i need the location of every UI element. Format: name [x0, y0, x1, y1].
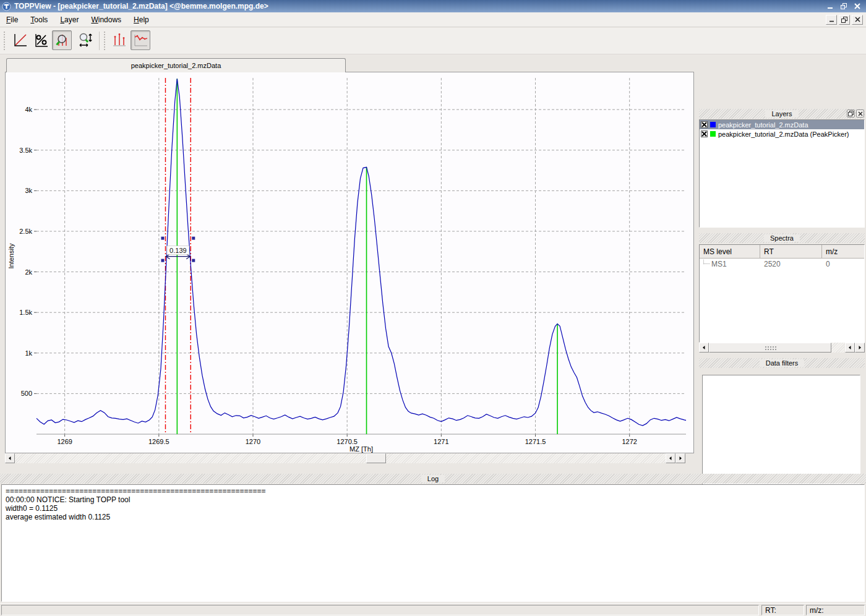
- dock-panels: Layers peakpicker_tutorial_2.mzData: [698, 109, 866, 528]
- layer-visibility-checkbox[interactable]: [701, 121, 708, 128]
- layer-visibility-checkbox[interactable]: [701, 130, 708, 137]
- thumb-grip-dots: [765, 346, 777, 351]
- check-x-icon: [701, 131, 707, 137]
- plot-hscrollbar[interactable]: [5, 453, 694, 463]
- menu-item-file[interactable]: File: [0, 14, 24, 26]
- svg-text:1270.5: 1270.5: [337, 438, 358, 445]
- close-icon: [854, 3, 860, 9]
- layer-label: peakpicker_tutorial_2.mzData (PeakPicker…: [718, 130, 849, 138]
- tab-label: peakpicker_tutorial_2.mzData: [131, 62, 221, 69]
- scroll-left-button-2[interactable]: [845, 343, 855, 353]
- scrollbar-thumb[interactable]: [709, 343, 831, 353]
- mdi-restore-button[interactable]: [839, 15, 850, 25]
- spectra-table: MS level RT m/z MS1 2520 0: [699, 244, 865, 343]
- menu-item-tools[interactable]: Tools: [24, 14, 54, 26]
- log-line: average estimated width 0.1125: [6, 513, 860, 521]
- spectrum-plot[interactable]: 12691269.512701270.512711271.512725001k1…: [6, 72, 693, 453]
- scroll-right-button[interactable]: [855, 343, 865, 353]
- svg-text:2k: 2k: [25, 268, 32, 276]
- menu-item-help[interactable]: Help: [127, 14, 155, 26]
- spectra-mz: 0: [822, 260, 864, 268]
- layer-row-peakpicker[interactable]: peakpicker_tutorial_2.mzData (PeakPicker…: [700, 129, 864, 139]
- svg-text:1k: 1k: [25, 349, 32, 357]
- show-raw-data-button[interactable]: [131, 30, 150, 50]
- magnifier-over-peaks-icon: [54, 32, 70, 48]
- window-restore-button[interactable]: [839, 2, 849, 11]
- peak-sticks-icon: [111, 32, 127, 48]
- spectrum-plot-frame: 12691269.512701270.512711271.512725001k1…: [5, 72, 694, 453]
- layer-row-raw[interactable]: peakpicker_tutorial_2.mzData: [700, 120, 864, 129]
- restore-icon: [841, 17, 847, 23]
- spectra-rt: 2520: [760, 260, 822, 268]
- window-titlebar[interactable]: TOPPView - [peakpicker_tutorial_2.mzData…: [0, 0, 866, 12]
- svg-text:0.139: 0.139: [169, 247, 187, 254]
- layers-close-button[interactable]: [856, 109, 864, 118]
- toolbar-drag-handle[interactable]: [3, 32, 6, 50]
- reset-zoom-button[interactable]: [10, 30, 30, 50]
- spectra-ms-level: MS1: [711, 260, 727, 268]
- layers-panel-title: Layers: [765, 110, 798, 118]
- scroll-right-button[interactable]: [675, 453, 685, 463]
- scroll-left-button-2[interactable]: [666, 453, 675, 463]
- spectra-hscrollbar[interactable]: [699, 343, 865, 353]
- svg-text:1271: 1271: [434, 438, 448, 445]
- scrollbar-track[interactable]: [15, 453, 666, 463]
- scroll-left-button[interactable]: [699, 343, 709, 353]
- window-close-button[interactable]: [852, 2, 862, 11]
- layers-float-button[interactable]: [847, 109, 855, 118]
- svg-text:500: 500: [21, 390, 32, 397]
- data-filters-panel-titlebar[interactable]: Data filters: [699, 358, 865, 368]
- status-mz-pane: m/z: 1270.940602: [806, 605, 865, 615]
- arrow-left-icon: [847, 345, 852, 350]
- statusbar: RT: m/z: 1270.940602: [0, 603, 866, 616]
- spectra-table-header: MS level RT m/z: [700, 245, 864, 259]
- raw-line-icon: [132, 32, 148, 48]
- minimize-icon: [829, 17, 834, 22]
- mdi-close-button[interactable]: [852, 15, 863, 25]
- show-peaks-button[interactable]: [109, 30, 129, 50]
- scrollbar-thumb[interactable]: [366, 453, 386, 463]
- spectra-panel-title: Spectra: [764, 234, 800, 242]
- svg-text:1269: 1269: [57, 438, 72, 445]
- zoom-mode-button[interactable]: [52, 30, 72, 50]
- layers-panel-titlebar[interactable]: Layers: [699, 109, 865, 119]
- mdi-minimize-button[interactable]: [826, 15, 837, 25]
- axes-diagonal-icon: [12, 32, 28, 48]
- svg-text:MZ [Th]: MZ [Th]: [349, 445, 373, 453]
- float-icon: [848, 111, 854, 116]
- toolbar: [0, 28, 866, 54]
- log-line: ========================================…: [6, 487, 860, 495]
- arrow-right-icon: [678, 456, 683, 461]
- log-line: width0 = 0.1125: [6, 504, 860, 513]
- menu-item-windows[interactable]: Windows: [85, 14, 127, 26]
- translate-mode-button[interactable]: [75, 30, 95, 50]
- column-header-mz[interactable]: m/z: [822, 245, 864, 259]
- svg-text:2.5k: 2.5k: [19, 228, 32, 235]
- spectra-panel-titlebar[interactable]: Spectra: [699, 233, 865, 243]
- log-output[interactable]: ========================================…: [1, 484, 865, 602]
- arrow-right-icon: [857, 345, 862, 350]
- scroll-left-button[interactable]: [5, 453, 15, 463]
- spectra-row-ms1[interactable]: MS1 2520 0: [700, 259, 864, 270]
- window-minimize-button[interactable]: [825, 2, 835, 11]
- svg-text:1271.5: 1271.5: [525, 438, 546, 445]
- svg-text:1.5k: 1.5k: [19, 309, 32, 316]
- magnifier-move-icon: [77, 32, 93, 48]
- layer-color-swatch: [710, 131, 716, 137]
- column-header-ms-level[interactable]: MS level: [700, 245, 760, 259]
- log-panel-titlebar[interactable]: Log: [0, 474, 866, 484]
- check-x-icon: [701, 122, 707, 127]
- close-icon: [858, 111, 863, 116]
- toolbar-drag-handle[interactable]: [103, 32, 106, 50]
- layer-color-swatch: [710, 122, 716, 127]
- layer-label: peakpicker_tutorial_2.mzData: [718, 121, 808, 129]
- intensity-percentage-button[interactable]: [31, 30, 51, 50]
- tree-branch-icon: [703, 260, 710, 264]
- tab-peakpicker-tutorial-2[interactable]: peakpicker_tutorial_2.mzData: [6, 58, 346, 72]
- close-icon: [855, 17, 860, 22]
- svg-text:1269.5: 1269.5: [148, 438, 169, 445]
- menu-item-layer[interactable]: Layer: [54, 14, 85, 26]
- svg-text:1272: 1272: [622, 438, 637, 445]
- log-line: 00:00:00 NOTICE: Starting TOPP tool: [6, 495, 860, 504]
- column-header-rt[interactable]: RT: [760, 245, 822, 259]
